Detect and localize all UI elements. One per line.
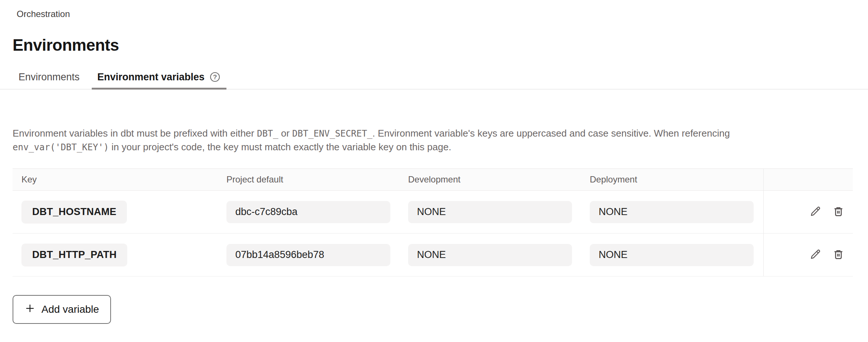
description-code-segment: env_var('DBT_KEY') — [13, 142, 109, 152]
table-row: DBT_HTTP_PATH 07bb14a8596beb78 NONE NONE — [13, 234, 853, 276]
pencil-icon — [809, 205, 822, 219]
col-header-deployment: Deployment — [582, 174, 763, 185]
description-segment: in your project's code, the key must mat… — [109, 141, 451, 152]
col-header-key: Key — [13, 174, 218, 185]
row-actions — [763, 234, 853, 276]
environments-page: Orchestration Environments Environments … — [0, 0, 868, 342]
col-header-development: Development — [400, 174, 582, 185]
row-actions — [763, 191, 853, 233]
env-var-key-pill: DBT_HTTP_PATH — [21, 244, 127, 266]
svg-text:?: ? — [213, 73, 217, 81]
tab-environments[interactable]: Environments — [13, 69, 85, 90]
delete-button[interactable] — [832, 248, 845, 262]
value-project-default: 07bb14a8596beb78 — [226, 244, 390, 266]
table-header-row: Key Project default Development Deployme… — [13, 168, 853, 191]
tab-bar: Environments Environment variables ? — [0, 69, 868, 90]
plus-icon — [24, 303, 36, 316]
breadcrumb: Orchestration — [17, 0, 868, 19]
description-segment: Environment variables in dbt must be pre… — [13, 128, 257, 139]
env-vars-table: Key Project default Development Deployme… — [13, 168, 853, 276]
description-code-segment: DBT_ENV_SECRET_ — [292, 128, 373, 139]
table-row: DBT_HOSTNAME dbc-c7c89cba NONE NONE — [13, 191, 853, 234]
add-variable-button[interactable]: Add variable — [13, 295, 111, 324]
env-var-key-pill: DBT_HOSTNAME — [21, 201, 127, 224]
value-development: NONE — [408, 244, 572, 266]
trash-icon — [832, 248, 845, 262]
add-variable-label: Add variable — [41, 304, 99, 315]
value-development: NONE — [408, 201, 572, 223]
description-segment: . Environment variable's keys are upperc… — [373, 128, 730, 139]
page-title: Environments — [13, 36, 868, 54]
description-segment: or — [278, 128, 292, 139]
description-code-segment: DBT_ — [257, 128, 278, 139]
trash-icon — [832, 205, 845, 219]
help-icon[interactable]: ? — [209, 71, 221, 83]
tab-environments-label: Environments — [18, 71, 80, 83]
value-deployment: NONE — [590, 244, 754, 266]
pencil-icon — [809, 248, 822, 262]
value-project-default: dbc-c7c89cba — [226, 201, 390, 223]
tab-environment-variables-label: Environment variables — [97, 71, 205, 83]
page-description: Environment variables in dbt must be pre… — [13, 127, 786, 154]
col-header-actions — [763, 169, 853, 190]
edit-button[interactable] — [809, 248, 822, 262]
tab-environment-variables[interactable]: Environment variables ? — [92, 69, 226, 90]
value-deployment: NONE — [590, 201, 754, 223]
delete-button[interactable] — [832, 205, 845, 219]
col-header-project-default: Project default — [218, 174, 400, 185]
edit-button[interactable] — [809, 205, 822, 219]
